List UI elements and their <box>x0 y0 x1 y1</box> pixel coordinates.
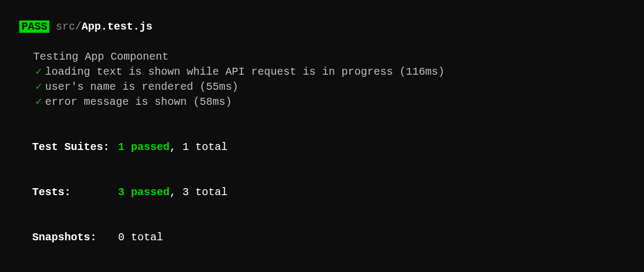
test-duration: (116ms) <box>399 66 444 78</box>
summary-snapshots: Snapshots:0 total <box>6 215 638 260</box>
summary-passed: 1 passed <box>118 141 170 153</box>
summary-tests: Tests:3 passed, 3 total <box>6 170 638 215</box>
summary-label: Snapshots: <box>32 230 118 245</box>
test-description: error message is shown <box>45 96 193 108</box>
test-result-row: ✓user's name is rendered (55ms) <box>6 80 638 95</box>
summary-separator: , <box>170 186 182 198</box>
test-result-row: ✓loading text is shown while API request… <box>6 65 638 80</box>
summary-test-suites: Test Suites:1 passed, 1 total <box>6 125 638 170</box>
test-result-row: ✓error message is shown (58ms) <box>6 95 638 110</box>
summary-passed: 3 passed <box>118 186 170 198</box>
test-duration: (58ms) <box>193 96 232 108</box>
summary-label: Tests: <box>32 185 118 200</box>
check-icon: ✓ <box>35 96 42 108</box>
summary-block: Test Suites:1 passed, 1 total Tests:3 pa… <box>6 125 638 272</box>
file-dir: src/ <box>56 20 82 33</box>
test-file-header: PASS src/App.test.js <box>6 4 638 34</box>
summary-total: 1 total <box>182 141 228 153</box>
summary-separator: , <box>170 141 182 153</box>
summary-time: Time:6.315s <box>6 260 638 272</box>
pass-badge: PASS <box>19 20 49 33</box>
file-name: App.test.js <box>82 20 152 33</box>
check-icon: ✓ <box>35 81 42 93</box>
summary-total: 0 total <box>118 231 163 244</box>
check-icon: ✓ <box>35 66 42 78</box>
describe-block: Testing App Component <box>6 34 638 65</box>
test-description: user's name is rendered <box>45 81 200 93</box>
test-description: loading text is shown while API request … <box>45 66 399 78</box>
describe-name: Testing App Component <box>33 51 169 63</box>
summary-total: 3 total <box>182 186 228 198</box>
test-duration: (55ms) <box>200 81 238 93</box>
summary-label: Test Suites: <box>32 140 118 155</box>
